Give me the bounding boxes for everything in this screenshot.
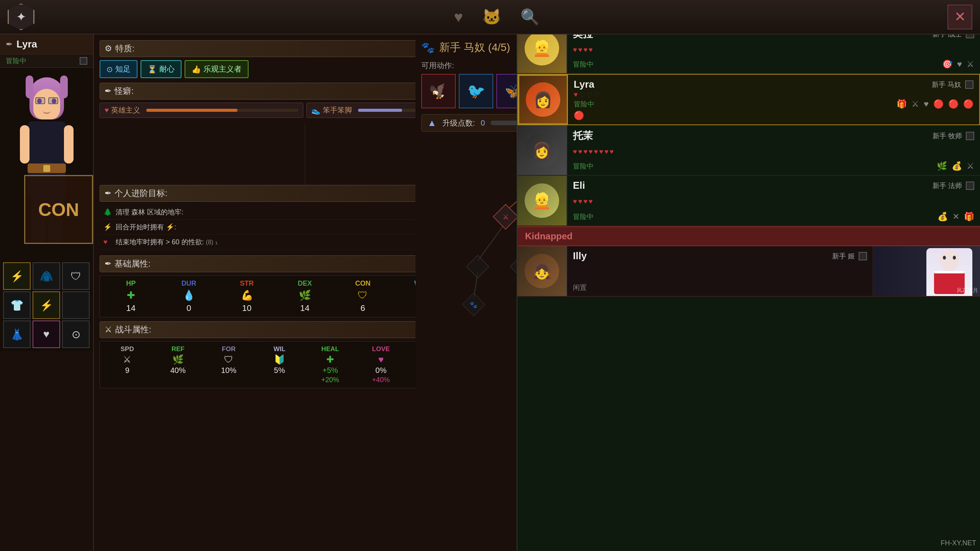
action-icon-1: 🦅 bbox=[427, 80, 450, 102]
avatar-face bbox=[33, 89, 60, 119]
oura-status-row: 冒险中 🎯 ♥ ⚔ bbox=[573, 59, 974, 69]
goal-icon-1: 🌲 bbox=[103, 208, 112, 216]
party-member-tome[interactable]: 👩 托茉 新手 牧师 ♥ ♥ ♥ ♥ ♥ ♥ ♥ ♥ 冒险中 bbox=[517, 125, 980, 176]
combat-stats-icon: ⚔ bbox=[105, 325, 112, 335]
avatar-hair-right bbox=[60, 75, 68, 98]
party-info-lyra: Lyra 新手 马奴 ♥ ♡ ♡ ♡ 冒险中 🎁 ⚔ ♥ 🔴 � bbox=[568, 75, 979, 124]
heart-1: ♥ bbox=[573, 46, 577, 54]
tome-action-icons: 🌿 💰 ⚔ bbox=[937, 161, 974, 171]
equip-slot-4[interactable]: 👕 bbox=[3, 291, 31, 319]
tome-heart-4: ♥ bbox=[589, 148, 593, 156]
equip-slot-7[interactable]: 👗 bbox=[3, 320, 31, 348]
oura-sword-icon: ⚔ bbox=[967, 59, 974, 69]
lyra-checkbox[interactable] bbox=[965, 80, 973, 89]
trait-icon-1: ⊙ bbox=[106, 65, 113, 74]
equip-slot-6[interactable] bbox=[62, 291, 90, 319]
trait-btn-2[interactable]: ⏳ 耐心 bbox=[141, 60, 182, 78]
tome-heart-7: ♥ bbox=[604, 148, 609, 156]
party-name-eli: Eli bbox=[573, 180, 585, 191]
quirk-item-1[interactable]: ♥ 英雄主义 bbox=[100, 103, 303, 118]
party-name-row-illy: Illy 新手 姬 bbox=[573, 250, 867, 262]
cat-icon: 🐱 bbox=[482, 8, 501, 26]
upgrade-value: 0 bbox=[481, 119, 485, 128]
trait-btn-1[interactable]: ⊙ 知足 bbox=[100, 60, 137, 78]
spacer bbox=[305, 124, 305, 185]
party-illy-top-right: 新手 姬 bbox=[832, 252, 867, 261]
character-name: Lyra bbox=[16, 38, 37, 50]
party-name-tome: 托茉 bbox=[573, 129, 593, 142]
upgrade-arrow-icon: ▲ bbox=[427, 118, 437, 128]
tome-heart-2: ♥ bbox=[578, 148, 582, 156]
goal-text-2: 回合开始时拥有 ⚡: bbox=[116, 222, 176, 232]
hearts-lyra: ♥ ♡ ♡ ♡ bbox=[574, 91, 973, 99]
illy-checkbox[interactable] bbox=[859, 252, 867, 260]
stat-dex-icon: 🌿 bbox=[299, 289, 311, 301]
lyra-heart-2: ♡ bbox=[579, 91, 585, 99]
lyra-status-row: 冒险中 🎁 ⚔ ♥ 🔴 🔴 🔴 bbox=[574, 99, 973, 109]
cstat-ref-value: 40% bbox=[170, 366, 186, 375]
lyra-status-3: 🔴 bbox=[963, 99, 973, 109]
party-member-illy[interactable]: 👧 Illy 新手 姬 闲置 bbox=[517, 246, 980, 297]
stat-str-value: 10 bbox=[242, 303, 251, 313]
cstat-spd: SPD ⚔ 9 bbox=[102, 345, 153, 384]
equip-slot-5[interactable]: ⚡ bbox=[33, 291, 60, 319]
action-card-1[interactable]: 🦅 bbox=[421, 74, 456, 108]
eli-heart-2: ♥ bbox=[578, 198, 582, 206]
cstat-for: FOR 🛡 10% bbox=[203, 345, 254, 384]
equip-slot-3[interactable]: 🛡 bbox=[62, 262, 90, 290]
heart-icon: ♥ bbox=[454, 8, 463, 26]
avatar-glasses-left bbox=[35, 97, 45, 104]
party-member-eli[interactable]: 👱 Eli 新手 法师 ♥ ♥ ♥ ♥ 冒险中 💰 ✕ bbox=[517, 176, 980, 226]
lyra-status-2: 🔴 bbox=[948, 99, 959, 109]
cstat-for-value: 10% bbox=[221, 366, 236, 375]
eli-gold-icon: 💰 bbox=[937, 212, 948, 222]
tome-checkbox[interactable] bbox=[966, 132, 974, 140]
skill-node-left4[interactable]: 🐾 bbox=[462, 293, 485, 316]
cstat-spd-icon: ⚔ bbox=[123, 354, 131, 365]
avatar-lyra-face: 👩 bbox=[526, 82, 560, 117]
cstat-ref-label: REF bbox=[172, 345, 185, 353]
tome-sword-icon: ⚔ bbox=[967, 161, 974, 171]
close-button[interactable]: ✕ bbox=[947, 5, 972, 29]
oura-target-icon: 🎯 bbox=[942, 59, 952, 69]
skill-title-icon: 🐾 bbox=[421, 41, 435, 54]
svg-line-3 bbox=[478, 222, 506, 261]
trait-btn-3[interactable]: 👍 乐观主义者 bbox=[185, 60, 249, 78]
party-name-row-tome: 托茉 新手 牧师 bbox=[573, 129, 974, 142]
cstat-wil-label: WIL bbox=[273, 345, 285, 353]
lyra-status-1: 🔴 bbox=[933, 99, 944, 109]
status-checkbox[interactable] bbox=[80, 57, 87, 65]
party-member-lyra[interactable]: 👩 Lyra 新手 马奴 ♥ ♡ ♡ ♡ 冒险中 🎁 ⚔ bbox=[517, 74, 980, 125]
party-status-lyra: 冒险中 bbox=[574, 100, 594, 109]
action-card-2[interactable]: 🐦 bbox=[459, 74, 493, 108]
svg-text:🐾: 🐾 bbox=[470, 301, 478, 309]
equip-slot-9[interactable]: ⊙ bbox=[62, 320, 90, 348]
trait-text-2: 耐心 bbox=[159, 64, 175, 74]
cstat-love-icon: ♥ bbox=[378, 354, 384, 365]
party-name-row-eli: Eli 新手 法师 bbox=[573, 180, 974, 191]
party-info-illy: Illy 新手 姬 闲置 bbox=[567, 246, 873, 296]
quirk-icon-1: ♥ bbox=[105, 106, 109, 114]
stat-hp-label: HP bbox=[126, 280, 136, 288]
traits-icon: ⚙ bbox=[105, 44, 112, 54]
equip-slot-1[interactable]: ⚡ bbox=[3, 262, 31, 290]
quirk-icon-2: 👟 bbox=[311, 106, 321, 115]
skill-node-mid-left[interactable]: ⚔ bbox=[493, 204, 518, 229]
quirks-label: 怪癖: bbox=[115, 85, 134, 97]
goal-icon-2: ⚡ bbox=[103, 223, 112, 231]
stat-str-icon: 💪 bbox=[241, 289, 253, 301]
stat-con-label: CON bbox=[355, 280, 370, 288]
equip-slot-2[interactable]: 🧥 bbox=[33, 262, 60, 290]
skill-node-left3[interactable] bbox=[466, 255, 489, 278]
watermark: FH-XY.NET bbox=[941, 539, 976, 547]
cstat-heal-icon: ✚ bbox=[326, 354, 334, 365]
traits-label: 特质: bbox=[115, 43, 134, 54]
eli-checkbox[interactable] bbox=[966, 181, 974, 190]
cstat-love-value: 0% bbox=[375, 366, 386, 375]
equip-slot-8[interactable]: ♥ bbox=[33, 320, 60, 348]
name-icon: ✒ bbox=[6, 39, 13, 49]
avatar-tome-face: 👩 bbox=[525, 133, 559, 167]
quirk-text-1: 英雄主义 bbox=[111, 105, 140, 115]
lyra-extra-status: 🔴 bbox=[574, 111, 584, 121]
base-stats-icon: ✒ bbox=[105, 259, 111, 269]
